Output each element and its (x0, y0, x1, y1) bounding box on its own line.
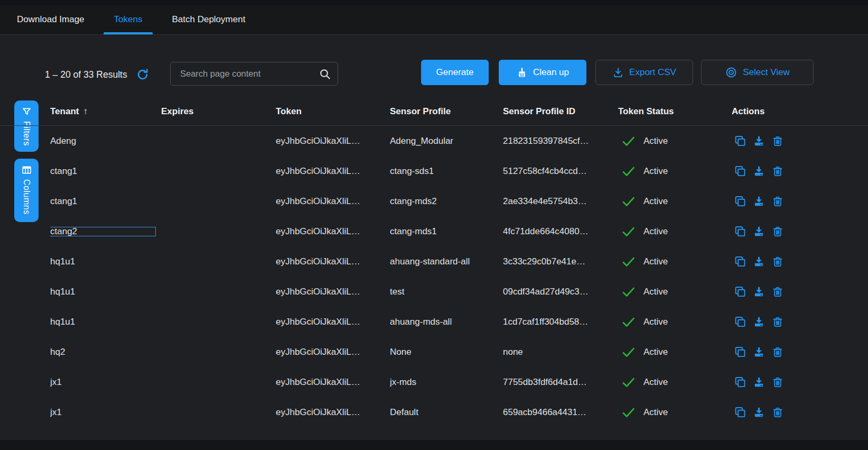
delete-token-button[interactable] (772, 316, 783, 328)
copy-token-button[interactable] (734, 195, 746, 207)
copy-token-button[interactable] (734, 255, 746, 268)
copy-icon (734, 255, 746, 268)
cell-token[interactable]: eyJhbGciOiJkaXliL… (276, 136, 390, 146)
delete-token-button[interactable] (772, 196, 783, 207)
cell-token[interactable]: eyJhbGciOiJkaXliL… (276, 196, 390, 207)
delete-token-button[interactable] (772, 166, 783, 177)
table-row[interactable]: ctang2 eyJhbGciOiJkaXliL… ctang-mds1 4fc… (0, 216, 868, 246)
copy-token-button[interactable] (734, 286, 746, 298)
cell-sensor-profile[interactable]: test (390, 287, 503, 297)
column-header-sensor-profile[interactable]: Sensor Profile (390, 106, 503, 117)
download-token-button[interactable] (753, 165, 765, 177)
delete-token-button[interactable] (772, 226, 783, 237)
table-row[interactable]: jx1 eyJhbGciOiJkaXliL… jx-mds 7755db3fdf… (0, 367, 868, 397)
cell-tenant[interactable]: ctang2 (50, 226, 161, 237)
delete-token-button[interactable] (772, 376, 783, 388)
download-token-button[interactable] (753, 346, 765, 358)
table-row[interactable]: hq1u1 eyJhbGciOiJkaXliL… ahuang-standard… (0, 246, 868, 277)
column-header-tenant[interactable]: Tenant ↑ (50, 106, 161, 117)
cell-sensor-profile-id[interactable]: 2ae334e4e5754b3… (503, 196, 618, 207)
cell-token[interactable]: eyJhbGciOiJkaXliL… (276, 166, 390, 177)
export-csv-button[interactable]: Export CSV (595, 60, 693, 85)
cell-sensor-profile[interactable]: ahuang-standard-all (390, 256, 503, 267)
cell-token[interactable]: eyJhbGciOiJkaXliL… (276, 287, 390, 297)
cell-sensor-profile-id[interactable]: 7755db3fdf6d4a1d… (503, 377, 618, 388)
download-token-button[interactable] (753, 286, 765, 298)
download-token-button[interactable] (753, 406, 765, 418)
cell-token[interactable]: eyJhbGciOiJkaXliL… (276, 377, 390, 388)
column-header-expires[interactable]: Expires (161, 106, 276, 117)
cell-tenant[interactable]: hq2 (50, 347, 161, 357)
cell-tenant[interactable]: jx1 (50, 407, 161, 418)
cell-sensor-profile-id[interactable]: 4fc71dde664c4080… (503, 226, 618, 237)
delete-token-button[interactable] (772, 407, 783, 418)
delete-token-button[interactable] (772, 135, 783, 147)
cell-tenant[interactable]: Adeng (50, 136, 161, 146)
column-header-token-status[interactable]: Token Status (618, 106, 732, 117)
download-token-button[interactable] (753, 195, 765, 207)
refresh-button[interactable] (136, 68, 150, 81)
download-token-button[interactable] (753, 316, 765, 328)
column-header-token[interactable]: Token (276, 106, 390, 117)
cell-sensor-profile[interactable]: Adeng_Modular (390, 136, 503, 146)
table-row[interactable]: hq1u1 eyJhbGciOiJkaXliL… test 09cdf34ad2… (0, 277, 868, 307)
cell-sensor-profile-id[interactable]: 659acb9466a4431… (503, 407, 618, 418)
search-input[interactable] (179, 68, 319, 79)
cell-tenant[interactable]: ctang1 (50, 166, 161, 177)
cell-sensor-profile-id[interactable]: 5127c58cf4cb4ccd… (503, 166, 618, 177)
table-row[interactable]: hq2 eyJhbGciOiJkaXliL… None none Active (0, 337, 868, 367)
cell-sensor-profile[interactable]: Default (390, 407, 503, 418)
cell-sensor-profile[interactable]: ctang-sds1 (390, 166, 503, 177)
copy-token-button[interactable] (734, 165, 746, 177)
copy-token-button[interactable] (734, 225, 746, 237)
cell-sensor-profile-id[interactable]: none (503, 347, 618, 357)
copy-token-button[interactable] (734, 376, 746, 388)
download-token-button[interactable] (753, 135, 765, 147)
cell-tenant[interactable]: jx1 (50, 377, 161, 388)
cell-sensor-profile-id[interactable]: 1cd7caf1ff304bd58… (503, 317, 618, 327)
cell-sensor-profile[interactable]: ctang-mds1 (390, 226, 503, 237)
token-status-label: Active (643, 136, 668, 146)
cell-sensor-profile[interactable]: ahuang-mds-all (390, 317, 503, 327)
cell-sensor-profile[interactable]: jx-mds (390, 377, 503, 388)
table-row[interactable]: ctang1 eyJhbGciOiJkaXliL… ctang-mds2 2ae… (0, 186, 868, 216)
cell-sensor-profile[interactable]: ctang-mds2 (390, 196, 503, 207)
select-view-button-label: Select View (743, 67, 790, 78)
table-row[interactable]: hq1u1 eyJhbGciOiJkaXliL… ahuang-mds-all … (0, 307, 868, 337)
search-icon[interactable] (319, 68, 331, 80)
cell-sensor-profile-id[interactable]: 09cdf34ad27d49c3… (503, 287, 618, 297)
table-row[interactable]: Adeng eyJhbGciOiJkaXliL… Adeng_Modular 2… (0, 126, 868, 156)
tab-tokens[interactable]: Tokens (99, 5, 157, 34)
copy-token-button[interactable] (734, 135, 746, 147)
cell-token[interactable]: eyJhbGciOiJkaXliL… (276, 317, 390, 327)
tab-batch-deployment[interactable]: Batch Deployment (157, 5, 260, 34)
copy-token-button[interactable] (734, 406, 746, 418)
table-row[interactable]: ctang1 eyJhbGciOiJkaXliL… ctang-sds1 512… (0, 156, 868, 186)
cell-sensor-profile-id[interactable]: 3c33c29c0b7e41e… (503, 256, 618, 267)
table-header-row: Tenant ↑ Expires Token Sensor Profile Se… (0, 98, 868, 126)
cell-sensor-profile[interactable]: None (390, 347, 503, 357)
download-token-button[interactable] (753, 225, 765, 237)
cell-tenant[interactable]: hq1u1 (50, 256, 161, 267)
cell-token[interactable]: eyJhbGciOiJkaXliL… (276, 256, 390, 267)
cell-token[interactable]: eyJhbGciOiJkaXliL… (276, 347, 390, 357)
cell-tenant[interactable]: hq1u1 (50, 287, 161, 297)
select-view-button[interactable]: Select View (701, 60, 814, 85)
column-header-sensor-profile-id[interactable]: Sensor Profile ID (503, 106, 618, 117)
table-row[interactable]: jx1 eyJhbGciOiJkaXliL… Default 659acb946… (0, 397, 868, 427)
generate-button[interactable]: Generate (421, 60, 489, 85)
delete-token-button[interactable] (772, 256, 783, 268)
download-token-button[interactable] (753, 255, 765, 268)
download-token-button[interactable] (753, 376, 765, 388)
cell-token[interactable]: eyJhbGciOiJkaXliL… (276, 226, 390, 237)
delete-token-button[interactable] (772, 286, 783, 298)
cell-tenant[interactable]: ctang1 (50, 196, 161, 207)
delete-token-button[interactable] (772, 346, 783, 358)
clean-up-button[interactable]: Clean up (499, 60, 586, 85)
copy-token-button[interactable] (734, 316, 746, 328)
copy-token-button[interactable] (734, 346, 746, 358)
cell-tenant[interactable]: hq1u1 (50, 317, 161, 327)
cell-sensor-profile-id[interactable]: 21823159397845cf… (503, 136, 618, 146)
tab-download-image[interactable]: Download Image (2, 5, 99, 34)
cell-token[interactable]: eyJhbGciOiJkaXliL… (276, 407, 390, 418)
